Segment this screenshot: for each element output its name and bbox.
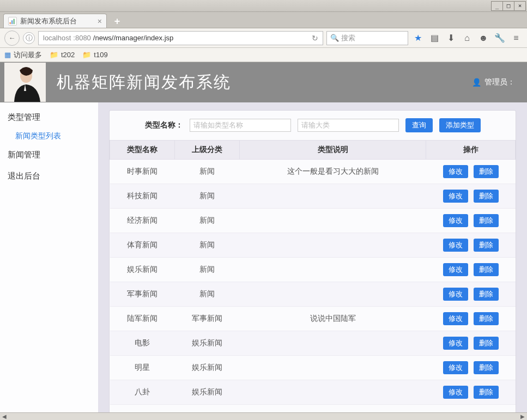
edit-button[interactable]: 修改 [443,337,468,350]
parent-type-input[interactable]: 请输大类 [298,119,399,132]
svg-rect-2 [14,19,15,24]
search-input[interactable]: 🔍 搜索 [326,31,408,45]
back-button[interactable]: ← [4,31,20,46]
sidebar-item-type-mgmt[interactable]: 类型管理 [0,107,98,128]
cell-name: 体育新闻 [110,233,175,258]
scroll-track[interactable] [9,413,518,421]
table-row: 体育新闻新闻修改删除 [110,233,516,258]
search-icon: 🔍 [330,34,339,42]
cell-name: 娱乐新闻 [110,258,175,282]
table-row: 军事新闻新闻修改删除 [110,282,516,307]
type-table: 类型名称 上级分类 类型说明 操作 时事新闻新闻这个一般是看习大大的新闻修改删除… [110,140,516,405]
filter-row: 类型名称： 请输如类型名称 请输大类 查询 添加类型 [110,111,516,140]
url-path: /news//manager/index.jsp [93,34,173,42]
edit-button[interactable]: 修改 [443,214,468,227]
delete-button[interactable]: 删除 [474,190,499,203]
cell-name: 时事新闻 [110,160,175,184]
scroll-left-icon[interactable]: ◀ [0,413,9,421]
cell-parent: 娱乐新闻 [175,356,240,380]
table-row: 八卦娱乐新闻修改删除 [110,380,516,405]
scroll-right-icon[interactable]: ▶ [518,413,527,421]
avatar [4,63,46,102]
url-input[interactable]: localhost:8080/news//manager/index.jsp ↻ [38,31,323,45]
window-titlebar: _ □ × [0,0,527,12]
sidebar-item-news-mgmt[interactable]: 新闻管理 [0,144,98,166]
close-window-button[interactable]: × [514,1,526,11]
url-host: localhost [43,34,71,42]
home-icon[interactable]: ⌂ [461,32,474,45]
site-info-icon[interactable]: ⓘ [23,32,35,44]
delete-button[interactable]: 删除 [474,361,499,374]
delete-button[interactable]: 删除 [474,288,499,301]
cell-parent: 娱乐新闻 [175,331,240,356]
bookmark-folder-t202[interactable]: 📁 t202 [50,51,75,59]
download-icon[interactable]: ⬇ [444,32,457,45]
tools-icon[interactable]: 🔧 [493,32,506,45]
cell-name: 陆军新闻 [110,307,175,331]
cell-name: 明星 [110,356,175,380]
url-toolbar: ← ⓘ localhost:8080/news//manager/index.j… [0,28,527,48]
cell-desc [240,233,426,258]
cell-parent: 新闻 [175,184,240,209]
search-placeholder: 搜索 [341,33,355,43]
library-icon[interactable]: ▤ [428,32,441,45]
type-name-input[interactable]: 请输如类型名称 [190,119,291,132]
delete-button[interactable]: 删除 [474,165,499,178]
bookmark-star-icon[interactable]: ★ [411,32,425,45]
url-port: :8080 [73,34,91,42]
tab-title: 新闻发布系统后台 [20,16,77,26]
edit-button[interactable]: 修改 [443,361,468,374]
bookmark-most-visited[interactable]: ▦ 访问最多 [4,50,42,60]
cell-desc [240,380,426,405]
delete-button[interactable]: 删除 [474,386,499,399]
sidebar-item-type-list[interactable]: 新闻类型列表 [0,128,98,144]
cell-desc [240,209,426,233]
cell-desc [240,356,426,380]
sidebar: 类型管理 新闻类型列表 新闻管理 退出后台 [0,102,98,412]
edit-button[interactable]: 修改 [443,312,468,325]
cell-desc: 这个一般是看习大大的新闻 [240,160,426,184]
chat-icon[interactable]: ☻ [477,32,490,45]
sidebar-item-exit[interactable]: 退出后台 [0,166,98,187]
query-button[interactable]: 查询 [405,118,433,132]
cell-name: 经济新闻 [110,209,175,233]
edit-button[interactable]: 修改 [443,190,468,203]
edit-button[interactable]: 修改 [443,239,468,252]
bookmark-folder-t109[interactable]: 📁 t109 [82,51,107,59]
table-row: 经济新闻新闻修改删除 [110,209,516,233]
delete-button[interactable]: 删除 [474,214,499,227]
horizontal-scrollbar[interactable]: ◀ ▶ [0,412,527,420]
edit-button[interactable]: 修改 [443,386,468,399]
table-row: 电影娱乐新闻修改删除 [110,331,516,356]
cell-parent: 娱乐新闻 [175,380,240,405]
table-row: 明星娱乐新闻修改删除 [110,356,516,380]
menu-icon[interactable]: ≡ [510,32,523,45]
delete-button[interactable]: 删除 [474,239,499,252]
new-tab-button[interactable]: + [110,15,124,28]
restore-button[interactable]: □ [502,1,514,11]
cell-desc [240,258,426,282]
admin-label: 👤 管理员： [472,77,515,87]
minimize-button[interactable]: _ [491,1,503,11]
delete-button[interactable]: 删除 [474,263,499,276]
user-icon: 👤 [472,78,481,87]
delete-button[interactable]: 删除 [474,337,499,350]
edit-button[interactable]: 修改 [443,288,468,301]
close-tab-icon[interactable]: × [98,17,102,26]
content: 类型名称： 请输如类型名称 请输大类 查询 添加类型 类型名称 上级分类 类型说… [98,102,527,412]
table-row: 陆军新闻军事新闻说说中国陆军修改删除 [110,307,516,331]
panel: 类型名称： 请输如类型名称 请输大类 查询 添加类型 类型名称 上级分类 类型说… [109,110,516,412]
edit-button[interactable]: 修改 [443,165,468,178]
table-row: 科技新闻新闻修改删除 [110,184,516,209]
browser-tab[interactable]: 新闻发布系统后台 × [3,14,107,28]
cell-name: 军事新闻 [110,282,175,307]
app-title: 机器矩阵新闻发布系统 [57,71,231,94]
refresh-icon[interactable]: ↻ [312,34,318,42]
cell-parent: 新闻 [175,160,240,184]
edit-button[interactable]: 修改 [443,263,468,276]
header-name: 类型名称 [110,141,175,160]
tab-bar: 新闻发布系统后台 × + [0,12,527,28]
delete-button[interactable]: 删除 [474,312,499,325]
add-type-button[interactable]: 添加类型 [439,118,481,132]
svg-rect-1 [11,20,13,24]
